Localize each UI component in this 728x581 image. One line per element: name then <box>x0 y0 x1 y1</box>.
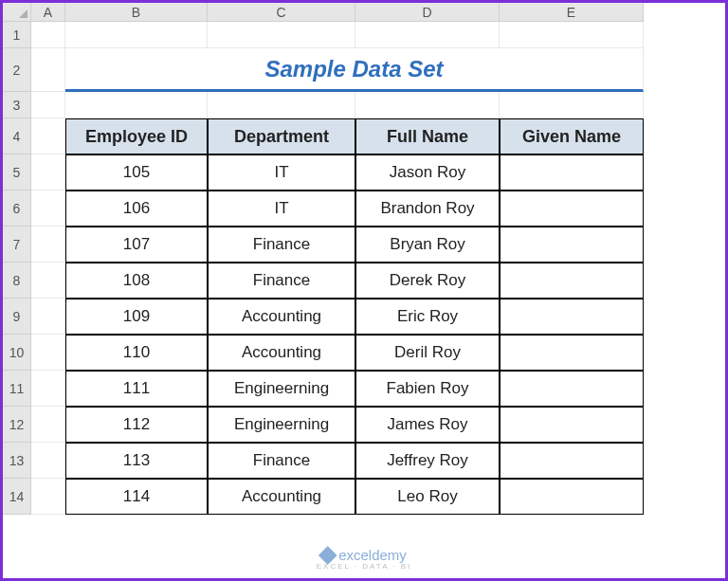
th-full-name[interactable]: Full Name <box>355 118 500 154</box>
cell-A1[interactable] <box>31 22 65 48</box>
th-department[interactable]: Department <box>208 118 355 154</box>
col-header-A[interactable]: A <box>31 3 65 22</box>
table-row: 14114AccountingLeo Roy <box>3 479 725 515</box>
cell-full-name[interactable]: Brandon Roy <box>355 191 500 227</box>
cell-given-name[interactable] <box>500 335 644 371</box>
cell-full-name[interactable]: Derek Roy <box>355 263 500 299</box>
table-row: 12112EngineerningJames Roy <box>3 407 725 443</box>
cell-employee-id[interactable]: 108 <box>65 263 208 299</box>
cell-given-name[interactable] <box>500 443 644 479</box>
cell-given-name[interactable] <box>500 479 644 515</box>
cell-full-name[interactable]: Bryan Roy <box>355 227 500 263</box>
row-header-13[interactable]: 13 <box>3 443 31 479</box>
cell-given-name[interactable] <box>500 154 644 191</box>
cell-employee-id[interactable]: 106 <box>65 191 208 227</box>
row-header-11[interactable]: 11 <box>3 371 31 407</box>
cell-E1[interactable] <box>500 22 644 48</box>
cell-A10[interactable] <box>31 335 65 371</box>
table-row: 5105ITJason Roy <box>3 154 725 191</box>
select-all-corner[interactable] <box>3 3 31 22</box>
cell-given-name[interactable] <box>500 227 644 263</box>
cell-given-name[interactable] <box>500 191 644 227</box>
cell-department[interactable]: Engineerning <box>208 371 355 407</box>
cell-department[interactable]: IT <box>208 191 355 227</box>
cell-department[interactable]: Finance <box>208 443 355 479</box>
page-title[interactable]: Sample Data Set <box>65 48 644 92</box>
cell-employee-id[interactable]: 109 <box>65 299 208 335</box>
row-header-9[interactable]: 9 <box>3 299 31 335</box>
spreadsheet: A B C D E 1 2 Sample Data Set 3 4 Employ… <box>3 3 725 578</box>
cell-department[interactable]: IT <box>208 154 355 191</box>
table-row: 13113FinanceJeffrey Roy <box>3 443 725 479</box>
cell-A8[interactable] <box>31 263 65 299</box>
cell-given-name[interactable] <box>500 371 644 407</box>
cell-department[interactable]: Finance <box>208 227 355 263</box>
cell-D1[interactable] <box>355 22 500 48</box>
cell-C3[interactable] <box>208 92 355 118</box>
row-header-10[interactable]: 10 <box>3 335 31 371</box>
cell-B3[interactable] <box>65 92 208 118</box>
cell-given-name[interactable] <box>500 407 644 443</box>
cell-A3[interactable] <box>31 92 65 118</box>
row-header-14[interactable]: 14 <box>3 479 31 515</box>
cell-A6[interactable] <box>31 191 65 227</box>
col-header-D[interactable]: D <box>355 3 500 22</box>
table-row: 11111EngineerningFabien Roy <box>3 371 725 407</box>
row-header-7[interactable]: 7 <box>3 227 31 263</box>
row-header-5[interactable]: 5 <box>3 154 31 191</box>
row-1: 1 <box>3 22 725 48</box>
cell-full-name[interactable]: Fabien Roy <box>355 371 500 407</box>
cell-employee-id[interactable]: 112 <box>65 407 208 443</box>
row-header-8[interactable]: 8 <box>3 263 31 299</box>
cell-B1[interactable] <box>65 22 208 48</box>
row-header-2[interactable]: 2 <box>3 48 31 92</box>
cell-A14[interactable] <box>31 479 65 515</box>
cell-given-name[interactable] <box>500 263 644 299</box>
cell-full-name[interactable]: Eric Roy <box>355 299 500 335</box>
table-row: 9109AccountingEric Roy <box>3 299 725 335</box>
col-header-B[interactable]: B <box>65 3 208 22</box>
cell-full-name[interactable]: Deril Roy <box>355 335 500 371</box>
cell-A12[interactable] <box>31 407 65 443</box>
cell-department[interactable]: Accounting <box>208 479 355 515</box>
cell-D3[interactable] <box>355 92 500 118</box>
row-header-6[interactable]: 6 <box>3 191 31 227</box>
row-header-3[interactable]: 3 <box>3 92 31 118</box>
table-row: 7107FinanceBryan Roy <box>3 227 725 263</box>
cell-employee-id[interactable]: 113 <box>65 443 208 479</box>
row-header-4[interactable]: 4 <box>3 118 31 154</box>
cell-employee-id[interactable]: 111 <box>65 371 208 407</box>
cell-department[interactable]: Finance <box>208 263 355 299</box>
cell-employee-id[interactable]: 107 <box>65 227 208 263</box>
cell-A4[interactable] <box>31 118 65 154</box>
cell-A13[interactable] <box>31 443 65 479</box>
cell-A11[interactable] <box>31 371 65 407</box>
row-header-1[interactable]: 1 <box>3 22 31 48</box>
cell-full-name[interactable]: James Roy <box>355 407 500 443</box>
cell-full-name[interactable]: Leo Roy <box>355 479 500 515</box>
cell-full-name[interactable]: Jeffrey Roy <box>355 443 500 479</box>
cell-A5[interactable] <box>31 154 65 191</box>
col-header-E[interactable]: E <box>500 3 644 22</box>
cell-full-name[interactable]: Jason Roy <box>355 154 500 191</box>
column-header-row: A B C D E <box>3 3 725 22</box>
cell-department[interactable]: Accounting <box>208 299 355 335</box>
cell-employee-id[interactable]: 110 <box>65 335 208 371</box>
cell-A7[interactable] <box>31 227 65 263</box>
th-employee-id[interactable]: Employee ID <box>65 118 208 154</box>
col-header-C[interactable]: C <box>208 3 355 22</box>
cell-A9[interactable] <box>31 299 65 335</box>
cell-A2[interactable] <box>31 48 65 92</box>
th-given-name[interactable]: Given Name <box>500 118 644 154</box>
cell-department[interactable]: Accounting <box>208 335 355 371</box>
cell-C1[interactable] <box>208 22 355 48</box>
table-row: 8108FinanceDerek Roy <box>3 263 725 299</box>
cell-department[interactable]: Engineerning <box>208 407 355 443</box>
row-4: 4 Employee ID Department Full Name Given… <box>3 118 725 154</box>
table-row: 10110AccountingDeril Roy <box>3 335 725 371</box>
cell-employee-id[interactable]: 114 <box>65 479 208 515</box>
cell-given-name[interactable] <box>500 299 644 335</box>
cell-E3[interactable] <box>500 92 644 118</box>
cell-employee-id[interactable]: 105 <box>65 154 208 191</box>
row-header-12[interactable]: 12 <box>3 407 31 443</box>
